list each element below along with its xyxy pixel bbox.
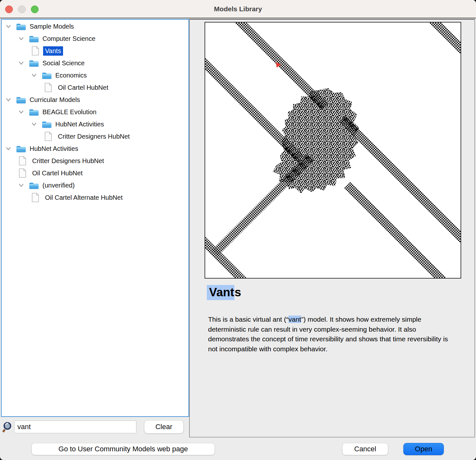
tree-item-label: HubNet Activities — [53, 120, 106, 129]
tree-item-label: Social Science — [41, 59, 87, 68]
chevron-down-icon[interactable] — [6, 98, 16, 102]
tree-item-label: Oil Cartel Alternate HubNet — [43, 193, 124, 202]
tree-item-economics[interactable]: Economics — [2, 69, 188, 81]
tree-item-social-science[interactable]: Social Science — [2, 57, 188, 69]
tree-item-label: Oil Cartel HubNet — [56, 83, 110, 92]
chevron-down-icon[interactable] — [19, 61, 29, 65]
tree-item-computer-science[interactable]: Computer Science — [2, 32, 188, 45]
folder-icon — [29, 59, 42, 67]
file-icon — [44, 83, 57, 92]
vants-pattern-image — [205, 23, 461, 278]
community-models-button[interactable]: Go to User Community Models web page — [32, 443, 215, 455]
search-input[interactable] — [14, 420, 136, 433]
file-icon — [32, 46, 44, 56]
window-title: Models Library — [0, 0, 476, 18]
tree-item-hubnet-activities-nested[interactable]: HubNet Activities — [2, 118, 188, 130]
tree-item-label: HubNet Activities — [28, 144, 80, 153]
models-tree: Sample Models Computer Science Vants Soc… — [1, 19, 189, 417]
clear-search-button[interactable]: Clear — [144, 420, 184, 434]
chevron-down-icon[interactable] — [6, 25, 16, 28]
folder-icon — [16, 145, 29, 153]
file-icon — [32, 193, 44, 202]
folder-icon — [16, 96, 29, 104]
tree-item-beagle-evolution[interactable]: BEAGLE Evolution — [2, 106, 188, 118]
chevron-down-icon[interactable] — [32, 123, 42, 126]
folder-icon — [42, 71, 55, 79]
tree-item-oil-cartel-hubnet[interactable]: Oil Cartel HubNet — [2, 81, 188, 94]
tree-item-sample-models[interactable]: Sample Models — [2, 20, 188, 32]
chevron-down-icon[interactable] — [19, 37, 29, 41]
description-search-highlight: vant — [288, 316, 301, 323]
search-icon — [2, 421, 12, 434]
tree-item-label: Vants — [43, 46, 63, 56]
tree-item-oil-cartel-hubnet-2[interactable]: Oil Cartel HubNet — [2, 167, 188, 179]
chevron-down-icon[interactable] — [19, 184, 29, 187]
tree-item-label: BEAGLE Evolution — [41, 107, 98, 117]
file-icon — [44, 132, 57, 141]
folder-icon — [29, 108, 42, 116]
tree-item-oil-cartel-alternate-hubnet[interactable]: Oil Cartel Alternate HubNet — [2, 191, 188, 204]
model-title: Vants — [207, 285, 241, 300]
title-bar: Models Library — [0, 0, 476, 18]
folder-icon — [29, 181, 42, 189]
tree-item-label: Computer Science — [41, 34, 97, 43]
open-button[interactable]: Open — [403, 443, 444, 455]
chevron-down-icon[interactable] — [32, 74, 42, 77]
tree-item-label: Oil Cartel HubNet — [30, 169, 85, 178]
file-icon — [19, 156, 32, 166]
tree-item-vants[interactable]: Vants — [2, 45, 188, 57]
search-bar: Clear — [0, 419, 189, 437]
tree-item-label: (unverified) — [41, 181, 77, 190]
model-preview-panel: Vants This is a basic virtual ant (“vant… — [189, 19, 475, 437]
model-description: This is a basic virtual ant (“vant”) mod… — [208, 315, 454, 354]
tree-item-label: Curricular Models — [28, 95, 82, 105]
chevron-down-icon[interactable] — [19, 110, 29, 114]
tree-item-label: Critter Designers HubNet — [30, 156, 106, 166]
tree-item-label: Critter Designers HubNet — [56, 132, 132, 141]
cancel-button[interactable]: Cancel — [342, 443, 388, 455]
folder-icon — [42, 120, 55, 128]
file-icon — [19, 168, 32, 178]
folder-icon — [29, 35, 42, 43]
tree-item-curricular-models[interactable]: Curricular Models — [2, 94, 188, 106]
tree-item-unverified[interactable]: (unverified) — [2, 179, 188, 191]
models-library-window: Models Library Sample Models Computer Sc… — [0, 0, 476, 460]
tree-item-hubnet-activities[interactable]: HubNet Activities — [2, 143, 188, 155]
tree-item-label: Sample Models — [28, 22, 76, 31]
tree-item-label: Economics — [53, 71, 89, 80]
chevron-down-icon[interactable] — [6, 147, 16, 151]
model-preview-image — [205, 22, 461, 279]
folder-icon — [16, 23, 29, 31]
tree-item-critter-designers-hubnet-nested[interactable]: Critter Designers HubNet — [2, 130, 188, 143]
model-title-highlight: Vant — [207, 285, 234, 300]
tree-item-critter-designers-hubnet[interactable]: Critter Designers HubNet — [2, 155, 188, 167]
